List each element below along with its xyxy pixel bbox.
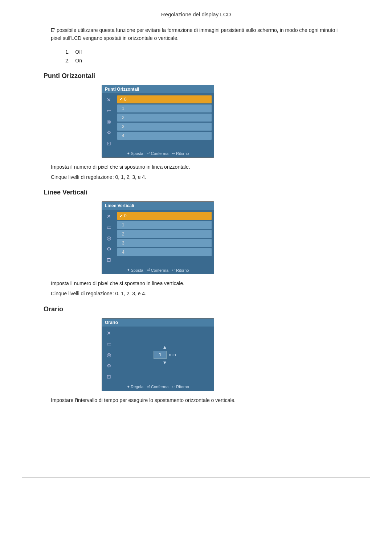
punti-orizzontali-icons-col: ✕ ▭ ◎ ⚙ ⊡ (102, 93, 116, 150)
punti-orizzontali-panel-container: Punti Orizzontali ✕ ▭ ◎ ⚙ ⊡ ✔0 1 2 3 (22, 85, 370, 158)
list-label-on: On (75, 58, 82, 63)
list-item-off: 1. Off (65, 49, 370, 55)
punti-orizzontali-heading: Punti Orizzontali (44, 72, 370, 80)
spinner-down-arrow[interactable]: ▼ (163, 360, 167, 365)
spinner-unit: min (169, 352, 176, 357)
lv-footer-ritorno: ↩ Ritorno (172, 268, 189, 272)
linee-verticali-panel-container: Linee Verticali ✕ ▭ ◎ ⚙ ⊡ ✔0 1 2 3 (22, 201, 370, 274)
or-icon-box: ⊡ (104, 372, 114, 381)
punti-orizzontali-footer: ✦ Sposta ⏎ Conferma ↩ Ritorno (102, 150, 214, 157)
footer-conferma: ⏎ Conferma (147, 151, 168, 156)
lv-ritorno-icon: ↩ (172, 268, 175, 272)
punti-desc1: Imposta il numero di pixel che si sposta… (51, 163, 341, 172)
linee-verticali-panel: Linee Verticali ✕ ▭ ◎ ⚙ ⊡ ✔0 1 2 3 (102, 201, 214, 274)
ritorno-icon: ↩ (172, 151, 175, 156)
linee-verticali-icons-col: ✕ ▭ ◎ ⚙ ⊡ (102, 210, 116, 266)
orario-spinner: ▲ 1 min ▼ (154, 344, 176, 365)
numbered-list: 1. Off 2. On (65, 49, 370, 63)
punti-orizzontali-items: ✔0 1 2 3 4 (116, 93, 214, 150)
spinner-up-arrow[interactable]: ▲ (163, 344, 167, 350)
intro-text: E' possibile utilizzare questa funzione … (51, 26, 341, 42)
orario-icons-col: ✕ ▭ ◎ ⚙ ⊡ (102, 327, 116, 383)
linee-item-1[interactable]: 1 (117, 221, 212, 229)
orario-spinner-container: ▲ 1 min ▼ (116, 327, 214, 383)
punti-orizzontali-panel-body: ✕ ▭ ◎ ⚙ ⊡ ✔0 1 2 3 4 (102, 93, 214, 150)
lv-footer-conferma: ⏎ Conferma (147, 268, 168, 272)
linee-desc1: Imposta il numero di pixel che si sposta… (51, 279, 341, 288)
list-number-1: 1. (65, 49, 70, 55)
list-label-off: Off (75, 49, 82, 55)
or-icon-close: ✕ (104, 329, 114, 337)
or-footer-ritorno: ↩ Ritorno (172, 385, 189, 389)
or-ritorno-icon: ↩ (172, 385, 175, 389)
lv-sposta-icon: ✦ (127, 268, 130, 272)
linee-verticali-footer: ✦ Sposta ⏎ Conferma ↩ Ritorno (102, 266, 214, 274)
linee-item-4[interactable]: 4 (117, 248, 212, 256)
lv-icon-display: ▭ (104, 223, 114, 231)
footer-sposta: ✦ Sposta (127, 151, 143, 156)
orario-panel-body: ✕ ▭ ◎ ⚙ ⊡ ▲ 1 min ▼ (102, 327, 214, 383)
list-number-2: 2. (65, 58, 70, 63)
punti-orizzontali-panel-title: Punti Orizzontali (102, 85, 214, 93)
linee-item-0[interactable]: ✔0 (117, 212, 212, 220)
or-icon-gear: ⚙ (104, 361, 114, 370)
punti-item-2[interactable]: 2 (117, 114, 212, 122)
icon-box: ⊡ (104, 139, 114, 148)
linee-item-3[interactable]: 3 (117, 239, 212, 247)
lv-footer-sposta: ✦ Sposta (127, 268, 143, 272)
orario-panel: Orario ✕ ▭ ◎ ⚙ ⊡ ▲ 1 min (102, 318, 214, 391)
orario-footer: ✦ Regola ⏎ Conferma ↩ Ritorno (102, 383, 214, 391)
icon-display: ▭ (104, 106, 114, 115)
or-conferma-icon: ⏎ (147, 385, 150, 389)
or-icon-display: ▭ (104, 340, 114, 348)
orario-panel-container: Orario ✕ ▭ ◎ ⚙ ⊡ ▲ 1 min (22, 318, 370, 391)
or-regola-icon: ✦ (127, 385, 130, 389)
linee-verticali-panel-title: Linee Verticali (102, 202, 214, 210)
punti-desc2: Cinque livelli di regolazione: 0, 1, 2, … (51, 173, 341, 182)
punti-item-4[interactable]: 4 (117, 132, 212, 140)
linee-verticali-heading: Linee Verticali (44, 189, 370, 196)
linee-verticali-items: ✔0 1 2 3 4 (116, 210, 214, 266)
spinner-value[interactable]: 1 (154, 351, 167, 359)
lv-icon-box: ⊡ (104, 255, 114, 264)
or-footer-conferma: ⏎ Conferma (147, 385, 168, 389)
orario-desc: Impostare l'intervallo di tempo per eseg… (51, 396, 341, 405)
linee-item-2[interactable]: 2 (117, 230, 212, 238)
punti-orizzontali-panel: Punti Orizzontali ✕ ▭ ◎ ⚙ ⊡ ✔0 1 2 3 (102, 85, 214, 158)
lv-icon-gear: ⚙ (104, 245, 114, 253)
linee-desc2: Cinque livelli di regolazione: 0, 1, 2, … (51, 290, 341, 298)
lv-icon-close: ✕ (104, 212, 114, 221)
orario-heading: Orario (44, 305, 370, 313)
or-footer-regola: ✦ Regola (127, 385, 143, 389)
icon-close: ✕ (104, 95, 114, 104)
punti-item-0[interactable]: ✔0 (117, 95, 212, 103)
sposta-icon: ✦ (127, 151, 130, 156)
or-icon-circle: ◎ (104, 350, 114, 359)
spinner-row: 1 min (154, 351, 176, 359)
orario-panel-title: Orario (102, 319, 214, 327)
conferma-icon: ⏎ (147, 151, 150, 156)
page-title: Regolazione del display LCD (22, 11, 370, 17)
linee-verticali-panel-body: ✕ ▭ ◎ ⚙ ⊡ ✔0 1 2 3 4 (102, 210, 214, 266)
list-item-on: 2. On (65, 58, 370, 63)
icon-gear: ⚙ (104, 128, 114, 137)
icon-circle: ◎ (104, 117, 114, 126)
lv-icon-circle: ◎ (104, 234, 114, 242)
footer-ritorno: ↩ Ritorno (172, 151, 189, 156)
punti-item-1[interactable]: 1 (117, 104, 212, 112)
punti-item-3[interactable]: 3 (117, 123, 212, 131)
lv-conferma-icon: ⏎ (147, 268, 150, 272)
